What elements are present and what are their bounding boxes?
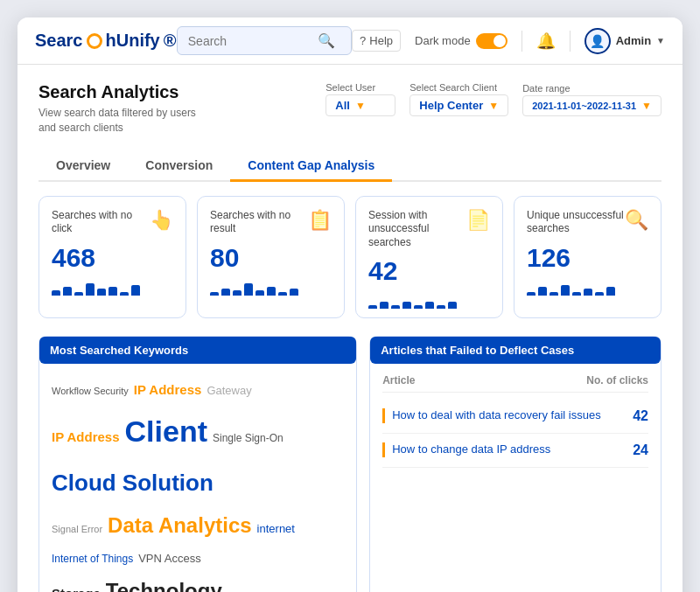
word-internet[interactable]: internet xyxy=(257,519,295,539)
stat-card-title-searches-no-click: Searches with no click xyxy=(52,209,149,236)
filters: Select User All ▼ Select Search Client H… xyxy=(326,82,662,116)
date-filter-chevron: ▼ xyxy=(641,100,652,112)
client-filter: Select Search Client Help Center ▼ xyxy=(410,82,508,116)
stat-cards: 👆Searches with no click468📋Searches with… xyxy=(38,196,662,319)
article-link-0[interactable]: How to deal with data recovery fail issu… xyxy=(382,408,617,423)
dark-mode-label: Dark mode xyxy=(415,34,471,47)
notification-bell-icon[interactable]: 🔔 xyxy=(536,31,556,51)
word-ip-address-2[interactable]: IP Address xyxy=(52,425,120,449)
mini-bar xyxy=(391,305,400,309)
page-subtitle: View search data filtered by usersand se… xyxy=(38,106,196,136)
search-icon: 🔍 xyxy=(318,32,335,49)
date-filter-select[interactable]: 2021-11-01~2022-11-31 ▼ xyxy=(522,95,662,116)
mini-bar xyxy=(584,289,592,296)
avatar: 👤 xyxy=(584,28,611,54)
word-cloud-row-5: Internet of Things VPN Access xyxy=(52,548,344,569)
mini-bar xyxy=(606,287,615,296)
logo: SearchUnify® xyxy=(35,31,176,51)
stat-card-title-searches-no-result: Searches with no result xyxy=(210,209,307,236)
stat-card-bars-session-unsuccessful xyxy=(368,293,490,309)
mini-bar xyxy=(267,287,276,296)
client-filter-label: Select Search Client xyxy=(410,82,508,93)
user-avatar-area[interactable]: 👤 Admin ▼ xyxy=(584,28,665,54)
dark-mode-toggle[interactable] xyxy=(476,33,508,49)
word-internet-of-things[interactable]: Internet of Things xyxy=(52,550,133,569)
client-filter-select[interactable]: Help Center ▼ xyxy=(410,94,508,116)
mini-bar xyxy=(52,290,60,296)
articles-table-header: Article No. of clicks xyxy=(382,374,648,393)
word-workflow-security[interactable]: Workflow Security xyxy=(52,383,129,400)
tab-conversion[interactable]: Conversion xyxy=(128,151,230,182)
stat-card-icon-session-unsuccessful: 📄 xyxy=(466,209,490,232)
articles-list: How to deal with data recovery fail issu… xyxy=(382,400,648,468)
mini-bar xyxy=(595,292,604,296)
user-filter-label: Select User xyxy=(326,82,396,93)
articles-col-article: Article xyxy=(382,374,415,387)
mini-bar xyxy=(97,289,106,296)
stat-card-title-session-unsuccessful: Session with unsuccessful searches xyxy=(368,209,466,250)
word-vpn-access[interactable]: VPN Access xyxy=(138,548,201,568)
mini-bar xyxy=(572,292,581,296)
mini-bar xyxy=(108,287,117,296)
word-ip-address-1[interactable]: IP Address xyxy=(134,378,202,401)
word-data-analytics[interactable]: Data Analytics xyxy=(108,506,252,544)
articles-panel-title: Articles that Failed to Deflect Cases xyxy=(370,337,661,364)
mini-bar xyxy=(278,292,287,296)
page-header: Search Analytics View search data filter… xyxy=(38,82,662,136)
logo-text-search: Searc xyxy=(35,31,83,51)
keywords-panel: Most Searched Keywords Workflow Security… xyxy=(38,336,357,592)
help-button[interactable]: ? Help xyxy=(352,30,401,52)
article-clicks-1: 24 xyxy=(624,442,648,458)
tabs: Overview Conversion Content Gap Analysis xyxy=(38,151,662,182)
mini-bar xyxy=(63,287,72,296)
word-single-sign-on[interactable]: Single Sign-On xyxy=(213,429,284,449)
date-filter: Date range 2021-11-01~2022-11-31 ▼ xyxy=(522,83,662,116)
stat-card-searches-no-result: 📋Searches with no result80 xyxy=(197,196,345,319)
word-client[interactable]: Client xyxy=(125,405,207,458)
stat-card-number-searches-no-click: 468 xyxy=(52,243,173,273)
stat-card-number-session-unsuccessful: 42 xyxy=(368,256,490,286)
word-technology[interactable]: Technology xyxy=(106,572,222,592)
articles-col-clicks: No. of clicks xyxy=(586,374,648,387)
stat-card-bars-searches-no-result xyxy=(210,280,332,296)
mini-bar xyxy=(448,302,457,309)
stat-card-searches-no-click: 👆Searches with no click468 xyxy=(38,196,186,319)
user-filter-chevron: ▼ xyxy=(355,100,366,112)
search-input[interactable] xyxy=(188,34,311,48)
header-right: ? Help Dark mode 🔔 👤 Admin ▼ xyxy=(352,28,665,54)
client-filter-chevron: ▼ xyxy=(488,100,499,112)
dark-mode-area: Dark mode xyxy=(415,33,508,49)
user-filter: Select User All ▼ xyxy=(326,82,396,116)
article-row: How to deal with data recovery fail issu… xyxy=(382,400,648,434)
tab-content-gap[interactable]: Content Gap Analysis xyxy=(230,151,392,182)
admin-label: Admin xyxy=(616,34,651,47)
mini-bar xyxy=(437,305,445,309)
mini-bar xyxy=(120,292,129,296)
word-cloud: Workflow Security IP Address Gateway IP … xyxy=(52,374,344,592)
articles-panel: Articles that Failed to Deflect Cases Ar… xyxy=(369,336,662,592)
stat-card-number-unique-unsuccessful: 126 xyxy=(527,243,648,273)
tab-overview[interactable]: Overview xyxy=(38,151,128,182)
word-cloud-row-2: IP Address Client Single Sign-On xyxy=(52,405,344,458)
help-label: Help xyxy=(369,34,393,47)
mini-bar xyxy=(538,287,547,296)
mini-bar xyxy=(527,292,536,296)
mini-bar xyxy=(414,305,423,309)
article-link-1[interactable]: How to change data IP address xyxy=(382,442,617,457)
chevron-down-icon: ▼ xyxy=(656,36,665,45)
user-filter-select[interactable]: All ▼ xyxy=(326,94,396,116)
word-gateway[interactable]: Gateway xyxy=(206,380,251,400)
page-content: Search Analytics View search data filter… xyxy=(18,65,682,592)
stat-card-title-unique-unsuccessful: Unique unsuccessful searches xyxy=(527,209,624,236)
article-row: How to change data IP address24 xyxy=(382,434,648,468)
mini-bar xyxy=(561,285,570,296)
word-storage[interactable]: Storage xyxy=(52,582,101,592)
word-cloud-row-3: Cloud Solution xyxy=(52,463,344,504)
word-signal-error[interactable]: Signal Error xyxy=(52,521,102,539)
search-bar[interactable]: 🔍 xyxy=(177,26,352,55)
mini-bar xyxy=(380,302,388,309)
stat-card-bars-searches-no-click xyxy=(52,280,173,296)
word-cloud-solution[interactable]: Cloud Solution xyxy=(52,463,214,504)
page-title-area: Search Analytics View search data filter… xyxy=(38,82,196,136)
mini-bar xyxy=(256,290,264,296)
